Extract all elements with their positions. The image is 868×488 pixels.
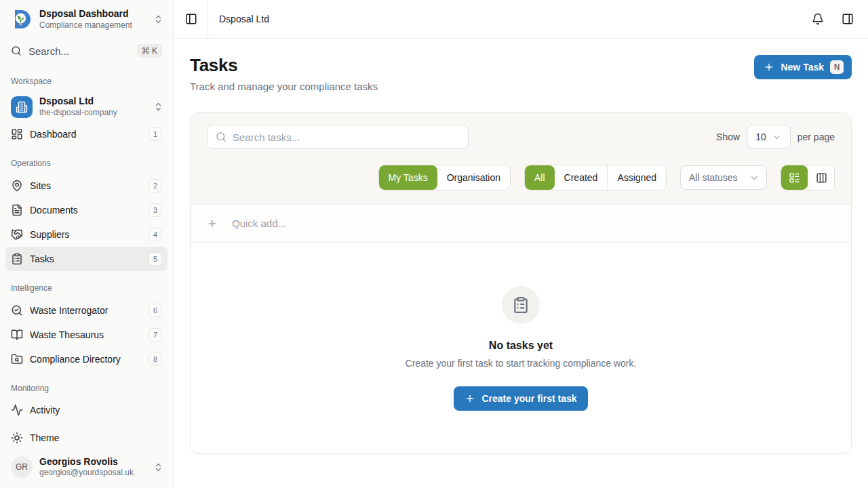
quick-add-row[interactable]: Quick add...: [191, 205, 851, 243]
search-icon: [11, 45, 22, 56]
workspace-name: Dsposal Ltd: [39, 96, 145, 108]
page-size-control: Show 10 per page: [716, 125, 835, 149]
panel-left-icon: [185, 13, 197, 25]
bell-icon: [812, 13, 824, 25]
empty-state-description: Create your first task to start tracking…: [406, 358, 637, 369]
scope-tab-my-tasks[interactable]: My Tasks: [379, 165, 437, 190]
empty-state-icon-circle: [502, 286, 540, 324]
user-email: georgios@yourdsposal.uk: [39, 468, 145, 479]
section-workspace: Workspace: [0, 64, 173, 92]
folder-search-icon: [11, 353, 23, 365]
new-task-label: New Task: [781, 62, 824, 73]
app-switcher[interactable]: Dsposal Dashboard Compliance management: [0, 0, 173, 37]
building-icon: [16, 101, 28, 113]
scope-tab-organisation[interactable]: Organisation: [437, 165, 510, 190]
tasks-panel: Show 10 per page My Tasks Organisation: [190, 112, 852, 454]
page-subtitle: Track and manage your compliance tasks: [190, 81, 378, 92]
right-panel-toggle-button[interactable]: [838, 9, 857, 28]
chevron-down-icon: [749, 173, 760, 183]
content: Tasks Track and manage your compliance t…: [174, 39, 868, 488]
section-operations: Operations: [0, 146, 173, 174]
page-size-value: 10: [755, 131, 766, 142]
shortcut-badge: 1: [149, 127, 162, 141]
plus-icon: [207, 218, 218, 229]
sidebar-item-label: Documents: [30, 205, 142, 216]
divider: [208, 0, 208, 38]
dsposal-logo-icon: [11, 9, 33, 30]
scope-toggle-group: My Tasks Organisation: [378, 165, 511, 190]
sidebar-item-sites[interactable]: Sites 2: [5, 174, 167, 198]
task-search-box[interactable]: [207, 125, 469, 149]
tasks-filters: Show 10 per page My Tasks Organisation: [191, 113, 851, 205]
sidebar-toggle-button[interactable]: [182, 9, 201, 28]
user-menu[interactable]: GR Georgios Rovolis georgios@yourdsposal…: [0, 451, 173, 484]
workspace-icon: [11, 96, 33, 118]
task-search-input[interactable]: [233, 131, 460, 143]
book-open-icon: [11, 329, 23, 341]
sidebar-item-dashboard[interactable]: Dashboard 1: [5, 122, 167, 146]
global-search-label: Search...: [28, 45, 130, 57]
status-filter-select[interactable]: All statuses: [680, 165, 767, 190]
shortcut-badge: 4: [149, 228, 162, 241]
dashboard-icon: [11, 128, 23, 140]
sidebar-nav: Workspace Dsposal Ltd the-dsposal-compan…: [0, 64, 173, 425]
sidebar-item-compliance-directory[interactable]: Compliance Directory 8: [5, 347, 167, 371]
list-view-button[interactable]: [781, 165, 808, 190]
app-switcher-chevron[interactable]: [152, 13, 165, 26]
create-first-task-button[interactable]: Create your first task: [454, 386, 587, 411]
handshake-icon: [11, 228, 23, 241]
sidebar-item-documents[interactable]: Documents 3: [5, 198, 167, 222]
sun-icon: [11, 432, 23, 444]
sidebar-item-label: Waste Interrogator: [30, 305, 142, 316]
shortcut-badge: 7: [149, 328, 162, 342]
view-toggle-group: [781, 165, 835, 190]
create-first-task-label: Create your first task: [481, 393, 576, 404]
sidebar-item-waste-interrogator[interactable]: Waste Interrogator 6: [5, 298, 167, 323]
page-size-select[interactable]: 10: [747, 125, 791, 149]
filter-tab-created[interactable]: Created: [555, 165, 608, 190]
shortcut-badge: 8: [149, 352, 162, 366]
new-task-button[interactable]: New Task N: [754, 55, 852, 79]
show-label: Show: [716, 131, 740, 142]
notifications-button[interactable]: [808, 9, 827, 28]
list-view-icon: [789, 172, 800, 184]
clipboard-list-icon: [512, 296, 530, 314]
quick-add-placeholder: Quick add...: [232, 218, 286, 229]
shortcut-badge: 3: [149, 203, 162, 217]
sidebar-item-tasks[interactable]: Tasks 5: [5, 247, 167, 271]
sidebar-item-label: Sites: [30, 180, 142, 191]
sidebar: Dsposal Dashboard Compliance management …: [0, 0, 174, 488]
filter-tab-all[interactable]: All: [525, 165, 555, 190]
page-title: Tasks: [190, 55, 378, 76]
sidebar-item-activity[interactable]: Activity: [5, 399, 167, 422]
board-view-button[interactable]: [808, 165, 834, 190]
theme-toggle[interactable]: Theme: [0, 425, 173, 451]
global-search[interactable]: Search... ⌘ K: [0, 37, 173, 64]
clipboard-list-icon: [11, 253, 23, 265]
sidebar-item-label: Tasks: [30, 253, 142, 264]
workspace-slug: the-dsposal-company: [39, 108, 145, 119]
search-shortcut-badge: ⌘ K: [137, 44, 162, 58]
shortcut-badge: 2: [149, 179, 162, 192]
topbar: Dsposal Ltd: [174, 0, 868, 39]
user-menu-chevron[interactable]: [152, 461, 165, 474]
columns-view-icon: [816, 172, 827, 184]
workspace-switcher[interactable]: Dsposal Ltd the-dsposal-company: [0, 92, 173, 122]
per-page-label: per page: [797, 131, 835, 142]
empty-state: No tasks yet Create your first task to s…: [191, 243, 851, 453]
sidebar-item-waste-thesaurus[interactable]: Waste Thesaurus 7: [5, 323, 167, 347]
chevron-down-icon: [772, 132, 782, 142]
workspace-switcher-chevron[interactable]: [152, 100, 165, 113]
sidebar-item-label: Dashboard: [30, 129, 142, 140]
sidebar-item-label: Waste Thesaurus: [30, 329, 142, 340]
map-pin-icon: [11, 180, 23, 192]
avatar: GR: [11, 456, 33, 478]
section-intelligence: Intelligence: [0, 271, 173, 298]
search-check-icon: [11, 304, 23, 317]
filter-tab-assigned[interactable]: Assigned: [607, 165, 666, 190]
sidebar-item-suppliers[interactable]: Suppliers 4: [5, 222, 167, 247]
sidebar-item-label: Activity: [30, 405, 162, 415]
chevrons-up-down-icon: [153, 462, 163, 472]
main-area: Dsposal Ltd Tasks Track and manage your …: [174, 0, 868, 488]
sidebar-item-label: Suppliers: [30, 229, 142, 240]
